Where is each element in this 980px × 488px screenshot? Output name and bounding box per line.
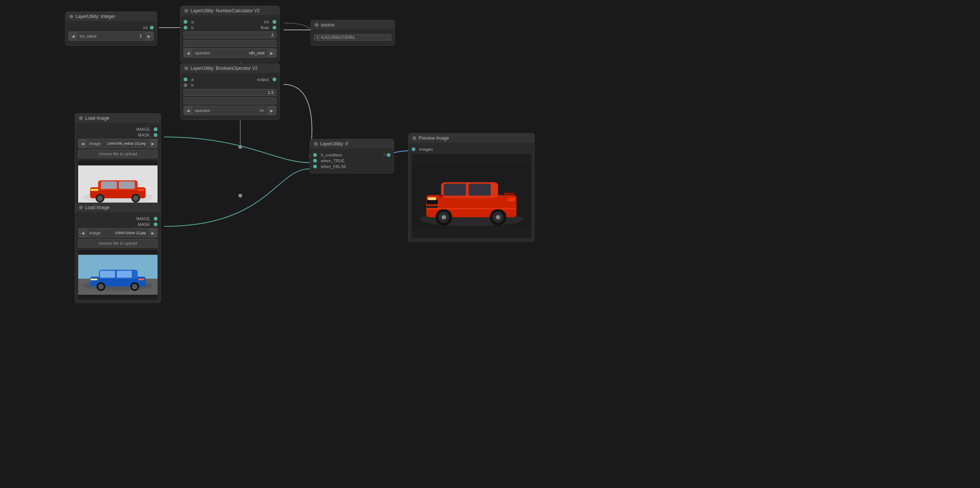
node-source-title: source — [321, 22, 335, 28]
svg-rect-43 — [427, 206, 438, 208]
numcalc-int-port[interactable] — [272, 20, 276, 24]
svg-point-38 — [442, 215, 446, 219]
load1-file-next[interactable]: ▶ — [149, 139, 157, 148]
bool-a-port[interactable] — [184, 77, 187, 81]
node-integer-title: LayerUtility: Integer — [76, 14, 115, 19]
preview-images-label: images — [417, 147, 435, 152]
load2-file-stepper[interactable]: ◀ image 1280x720car (1).jpg ▶ — [78, 228, 158, 237]
load2-file-next[interactable]: ▶ — [149, 229, 157, 237]
bool-bval-input[interactable] — [184, 97, 276, 104]
svg-rect-34 — [444, 184, 466, 196]
numcalc-b-port[interactable] — [184, 26, 187, 30]
integer-int-label: int — [141, 25, 150, 30]
numcalc-op-increment[interactable]: ▶ — [268, 49, 276, 57]
source-value-row: 1: 4142135623730951 — [314, 34, 391, 41]
load1-file-stepper[interactable]: ◀ image 1344x768_redcar (2).png ▶ — [78, 139, 158, 148]
numcalc-aval-row — [184, 31, 276, 38]
svg-rect-29 — [138, 279, 144, 280]
numcalc-int-label: int — [262, 20, 271, 24]
svg-rect-26 — [100, 271, 115, 278]
load2-upload-btn[interactable]: choose file to upload — [78, 239, 158, 247]
node-load1-title: Load Image — [85, 115, 109, 121]
svg-point-23 — [98, 284, 103, 289]
if-output-port[interactable] — [387, 153, 391, 157]
load2-preview — [78, 250, 158, 300]
load2-file-prev[interactable]: ◀ — [79, 229, 87, 237]
node-if-header: LayerUtility: If — [310, 139, 394, 148]
svg-rect-27 — [117, 271, 132, 278]
node-load2-dot — [79, 206, 83, 209]
bool-b-port[interactable] — [184, 83, 187, 87]
svg-rect-28 — [90, 279, 97, 280]
if-when-false-port[interactable] — [313, 165, 317, 168]
load1-file-label: image — [87, 141, 104, 146]
bool-op-value: >= — [256, 108, 268, 113]
svg-rect-48 — [504, 193, 515, 195]
if-when-true-label: when_TRUE — [318, 158, 347, 163]
bool-output-port[interactable] — [272, 77, 276, 81]
svg-point-2 — [238, 194, 242, 198]
bool-op-decrement[interactable]: ◀ — [184, 106, 192, 115]
numcalc-a-label: a — [189, 20, 196, 24]
load1-upload-btn[interactable]: choose file to upload — [78, 150, 158, 158]
numcalc-operator-stepper[interactable]: ◀ operator nth_root ▶ — [184, 48, 276, 58]
node-load1-header: Load Image — [75, 114, 161, 123]
node-source-dot — [315, 23, 318, 27]
integer-value-stepper[interactable]: ◀ int_value 2 ▶ — [69, 31, 154, 41]
load1-file-prev[interactable]: ◀ — [79, 139, 87, 148]
integer-int-port-row: int — [69, 25, 154, 30]
node-bool-header: LayerUtility: BooleanOperator V2 — [181, 64, 279, 73]
bool-bval-row — [184, 97, 276, 104]
integer-field-value: 2 — [136, 34, 145, 38]
svg-rect-12 — [101, 181, 117, 189]
node-preview-header: Preview Image — [409, 134, 534, 143]
svg-point-11 — [133, 195, 138, 201]
load1-mask-label: MASK — [136, 133, 152, 137]
svg-rect-15 — [138, 189, 144, 191]
node-if-title: LayerUtility: If — [320, 141, 348, 147]
svg-point-41 — [496, 215, 501, 219]
numcalc-float-port[interactable] — [272, 26, 276, 30]
bool-aval-input[interactable] — [184, 89, 276, 96]
bool-output-label: output — [254, 77, 271, 82]
bool-aval-row — [184, 89, 276, 96]
node-load2: Load Image IMAGE MASK ◀ image 1280x720ca… — [75, 203, 161, 303]
load2-image-port[interactable] — [154, 217, 158, 221]
load2-mask-port[interactable] — [154, 223, 158, 226]
preview-images-port[interactable] — [412, 147, 415, 151]
load1-mask-port[interactable] — [154, 133, 158, 137]
load2-image-label: IMAGE — [134, 216, 152, 221]
integer-int-port[interactable] — [150, 26, 154, 30]
integer-increment-btn[interactable]: ▶ — [145, 32, 153, 40]
numcalc-float-label: float — [258, 25, 271, 30]
svg-rect-45 — [508, 198, 515, 201]
svg-rect-47 — [439, 195, 443, 197]
if-condition-port[interactable] — [313, 153, 317, 157]
integer-decrement-btn[interactable]: ◀ — [69, 32, 77, 40]
numcalc-bval-row — [184, 40, 276, 47]
if-when-true-port[interactable] — [313, 159, 317, 163]
bool-operator-stepper[interactable]: ◀ operator >= ▶ — [184, 106, 276, 115]
node-load1-dot — [79, 116, 83, 120]
svg-point-1 — [238, 145, 242, 149]
node-preview-dot — [412, 136, 416, 140]
numcalc-aval-input[interactable] — [184, 31, 276, 38]
numcalc-bval-input[interactable] — [184, 40, 276, 47]
load1-image-port[interactable] — [154, 127, 158, 131]
node-source-header: source — [311, 20, 394, 30]
svg-rect-14 — [90, 189, 98, 191]
node-source: source 1: 4142135623730951 — [310, 20, 395, 46]
node-if: LayerUtility: If if_condition ? when_TRU… — [310, 139, 394, 173]
svg-rect-42 — [427, 200, 438, 204]
node-preview: Preview Image images — [408, 133, 535, 242]
node-numcalc: LayerUtility: NumberCalculator V2 a int … — [180, 6, 280, 63]
numcalc-a-port[interactable] — [184, 20, 187, 24]
bool-a-label: a — [189, 77, 196, 82]
bool-b-label: b — [189, 83, 196, 87]
bool-op-increment[interactable]: ▶ — [268, 106, 276, 115]
if-when-false-label: when_FALSE — [318, 164, 349, 169]
numcalc-op-value: nth_root — [246, 51, 268, 55]
numcalc-op-decrement[interactable]: ◀ — [184, 49, 192, 57]
svg-rect-46 — [426, 208, 516, 209]
node-numcalc-header: LayerUtility: NumberCalculator V2 — [181, 6, 279, 15]
